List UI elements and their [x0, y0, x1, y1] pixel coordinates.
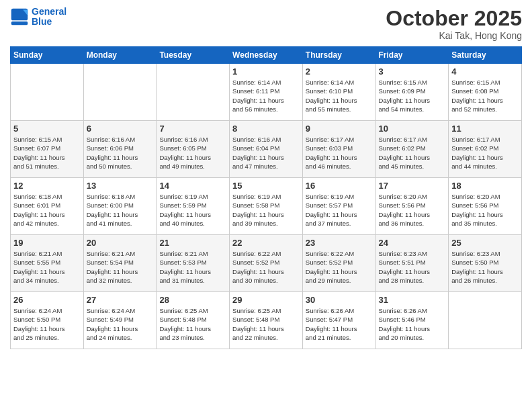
day-info: Sunrise: 6:22 AMSunset: 5:52 PMDaylight:… [232, 249, 300, 285]
day-cell: 21Sunrise: 6:21 AMSunset: 5:53 PMDayligh… [157, 235, 230, 292]
day-cell [157, 64, 230, 121]
day-info: Sunrise: 6:21 AMSunset: 5:53 PMDaylight:… [159, 249, 226, 285]
day-cell: 19Sunrise: 6:21 AMSunset: 5:55 PMDayligh… [11, 235, 84, 292]
day-info: Sunrise: 6:25 AMSunset: 5:48 PMDaylight:… [159, 306, 226, 342]
day-info: Sunrise: 6:26 AMSunset: 5:47 PMDaylight:… [306, 306, 373, 342]
weekday-header-sunday: Sunday [11, 47, 84, 64]
day-cell: 11Sunrise: 6:17 AMSunset: 6:02 PMDayligh… [449, 121, 522, 178]
weekday-header-wednesday: Wednesday [230, 47, 303, 64]
day-number: 8 [232, 124, 300, 134]
day-info: Sunrise: 6:21 AMSunset: 5:55 PMDaylight:… [13, 249, 81, 285]
day-number: 19 [13, 238, 81, 248]
day-cell: 30Sunrise: 6:26 AMSunset: 5:47 PMDayligh… [302, 292, 375, 349]
day-number: 15 [232, 181, 300, 191]
logo-text: General Blue [32, 7, 66, 28]
day-info: Sunrise: 6:26 AMSunset: 5:46 PMDaylight:… [379, 306, 446, 342]
day-info: Sunrise: 6:19 AMSunset: 5:57 PMDaylight:… [306, 192, 373, 228]
day-cell: 28Sunrise: 6:25 AMSunset: 5:48 PMDayligh… [157, 292, 230, 349]
calendar-page: General Blue October 2025 Kai Tak, Hong … [0, 0, 532, 411]
day-number: 5 [13, 124, 81, 134]
day-number: 9 [306, 124, 373, 134]
weekday-header-saturday: Saturday [449, 47, 522, 64]
day-number: 12 [13, 181, 81, 191]
day-info: Sunrise: 6:20 AMSunset: 5:56 PMDaylight:… [379, 192, 446, 228]
day-cell: 22Sunrise: 6:22 AMSunset: 5:52 PMDayligh… [230, 235, 303, 292]
day-cell: 29Sunrise: 6:25 AMSunset: 5:48 PMDayligh… [230, 292, 303, 349]
day-number: 13 [87, 181, 154, 191]
day-number: 26 [13, 295, 81, 305]
day-info: Sunrise: 6:16 AMSunset: 6:04 PMDaylight:… [232, 135, 300, 171]
day-cell: 18Sunrise: 6:20 AMSunset: 5:56 PMDayligh… [449, 178, 522, 235]
day-info: Sunrise: 6:23 AMSunset: 5:51 PMDaylight:… [379, 249, 446, 285]
day-number: 11 [451, 124, 519, 134]
weekday-header-friday: Friday [375, 47, 449, 64]
day-cell: 25Sunrise: 6:23 AMSunset: 5:50 PMDayligh… [449, 235, 522, 292]
day-cell: 23Sunrise: 6:22 AMSunset: 5:52 PMDayligh… [302, 235, 375, 292]
week-row-5: 26Sunrise: 6:24 AMSunset: 5:50 PMDayligh… [11, 292, 522, 349]
day-number: 22 [232, 238, 300, 248]
day-number: 2 [306, 66, 373, 77]
day-cell [11, 64, 84, 121]
day-cell: 4Sunrise: 6:15 AMSunset: 6:08 PMDaylight… [449, 64, 522, 121]
logo: General Blue [10, 7, 66, 28]
title-block: October 2025 Kai Tak, Hong Kong [386, 7, 522, 41]
day-info: Sunrise: 6:17 AMSunset: 6:02 PMDaylight:… [379, 135, 446, 171]
location: Kai Tak, Hong Kong [386, 30, 522, 41]
day-cell: 16Sunrise: 6:19 AMSunset: 5:57 PMDayligh… [302, 178, 375, 235]
day-cell: 24Sunrise: 6:23 AMSunset: 5:51 PMDayligh… [375, 235, 449, 292]
day-info: Sunrise: 6:18 AMSunset: 6:00 PMDaylight:… [87, 192, 154, 228]
day-cell [449, 292, 522, 349]
day-cell: 9Sunrise: 6:17 AMSunset: 6:03 PMDaylight… [302, 121, 375, 178]
weekday-header-monday: Monday [83, 47, 157, 64]
day-number: 24 [379, 238, 446, 248]
day-info: Sunrise: 6:19 AMSunset: 5:58 PMDaylight:… [232, 192, 300, 228]
day-info: Sunrise: 6:15 AMSunset: 6:08 PMDaylight:… [451, 78, 519, 113]
day-info: Sunrise: 6:24 AMSunset: 5:50 PMDaylight:… [13, 306, 81, 342]
calendar-table: SundayMondayTuesdayWednesdayThursdayFrid… [10, 46, 522, 349]
day-info: Sunrise: 6:16 AMSunset: 6:06 PMDaylight:… [87, 135, 154, 171]
day-cell [83, 64, 157, 121]
month-title: October 2025 [386, 7, 522, 30]
logo-icon [10, 7, 29, 26]
day-info: Sunrise: 6:15 AMSunset: 6:09 PMDaylight:… [379, 78, 446, 113]
day-number: 20 [87, 238, 154, 248]
day-cell: 12Sunrise: 6:18 AMSunset: 6:01 PMDayligh… [11, 178, 84, 235]
week-row-4: 19Sunrise: 6:21 AMSunset: 5:55 PMDayligh… [11, 235, 522, 292]
day-info: Sunrise: 6:18 AMSunset: 6:01 PMDaylight:… [13, 192, 81, 228]
day-cell: 20Sunrise: 6:21 AMSunset: 5:54 PMDayligh… [83, 235, 157, 292]
day-info: Sunrise: 6:14 AMSunset: 6:10 PMDaylight:… [306, 78, 373, 113]
day-info: Sunrise: 6:16 AMSunset: 6:05 PMDaylight:… [159, 135, 226, 171]
week-row-1: 1Sunrise: 6:14 AMSunset: 6:11 PMDaylight… [11, 64, 522, 121]
day-number: 28 [159, 295, 226, 305]
day-cell: 7Sunrise: 6:16 AMSunset: 6:05 PMDaylight… [157, 121, 230, 178]
day-cell: 1Sunrise: 6:14 AMSunset: 6:11 PMDaylight… [230, 64, 303, 121]
day-info: Sunrise: 6:23 AMSunset: 5:50 PMDaylight:… [451, 249, 519, 285]
day-info: Sunrise: 6:17 AMSunset: 6:03 PMDaylight:… [306, 135, 373, 171]
day-number: 21 [159, 238, 226, 248]
day-number: 23 [306, 238, 373, 248]
day-cell: 10Sunrise: 6:17 AMSunset: 6:02 PMDayligh… [375, 121, 449, 178]
day-cell: 2Sunrise: 6:14 AMSunset: 6:10 PMDaylight… [302, 64, 375, 121]
day-info: Sunrise: 6:21 AMSunset: 5:54 PMDaylight:… [87, 249, 154, 285]
day-info: Sunrise: 6:15 AMSunset: 6:07 PMDaylight:… [13, 135, 81, 171]
logo-blue: Blue [32, 16, 52, 27]
day-number: 14 [159, 181, 226, 191]
day-cell: 13Sunrise: 6:18 AMSunset: 6:00 PMDayligh… [83, 178, 157, 235]
day-cell: 15Sunrise: 6:19 AMSunset: 5:58 PMDayligh… [230, 178, 303, 235]
page-header: General Blue October 2025 Kai Tak, Hong … [10, 7, 522, 41]
day-number: 25 [451, 238, 519, 248]
day-info: Sunrise: 6:17 AMSunset: 6:02 PMDaylight:… [451, 135, 519, 171]
week-row-3: 12Sunrise: 6:18 AMSunset: 6:01 PMDayligh… [11, 178, 522, 235]
day-info: Sunrise: 6:20 AMSunset: 5:56 PMDaylight:… [451, 192, 519, 228]
day-number: 7 [159, 124, 226, 134]
day-info: Sunrise: 6:14 AMSunset: 6:11 PMDaylight:… [232, 78, 300, 113]
day-number: 17 [379, 181, 446, 191]
svg-rect-2 [11, 21, 28, 25]
day-info: Sunrise: 6:25 AMSunset: 5:48 PMDaylight:… [232, 306, 300, 342]
day-number: 29 [232, 295, 300, 305]
weekday-header-tuesday: Tuesday [157, 47, 230, 64]
day-number: 30 [306, 295, 373, 305]
day-number: 3 [379, 66, 446, 77]
day-number: 27 [87, 295, 154, 305]
day-number: 31 [379, 295, 446, 305]
